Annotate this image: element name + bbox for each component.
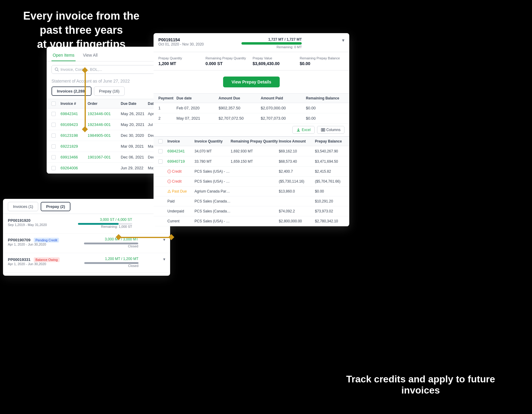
tab-open-items[interactable]: Open Items <box>51 50 76 61</box>
inv-cb[interactable] <box>158 149 167 153</box>
inv-prepay-bal: $3,540,267.90 <box>315 149 349 153</box>
inv-prepay-bal: $0.00 <box>315 189 349 193</box>
prepay-list-item: PP00191920 Sep 1,2019 - May 31,2020 3,00… <box>3 214 170 234</box>
prepay-remaining: Closed <box>84 244 138 248</box>
connector-arrow-vertical-1 <box>85 70 86 130</box>
inv-qty-or-seller: PCS Sales (USA) - USD <box>194 219 231 223</box>
inv-status: Current <box>167 219 194 223</box>
row-invoice[interactable]: 69123198 <box>61 133 88 138</box>
row-order[interactable]: 1901067-001 <box>88 155 121 159</box>
inv-detail-row: Current PCS Sales (USA) - USD $2,800,000… <box>154 216 349 226</box>
payment-table-header: Payment Due date Amount Due Amount Paid … <box>154 93 349 103</box>
inv-prepay-bal: $2,780,342.10 <box>315 219 349 223</box>
prepay-date-range: Apr 1, 2020 - Jun 30,2020 <box>8 243 59 246</box>
inv-qty-or-seller: Agrium Canada Partnership - CAD <box>194 189 231 193</box>
th-checkbox <box>51 102 61 106</box>
inv-detail-table-body: 69842341 34,070 MT 1,692.930 MT $69,162.… <box>154 146 349 226</box>
tab-view-all[interactable]: View All <box>82 50 99 61</box>
payment-row: 1 Feb 07, 2020 $902,357.50 $2,070,000.00… <box>154 103 349 113</box>
th-due-date-p: Due date <box>176 96 219 100</box>
excel-button[interactable]: Excel <box>292 126 314 134</box>
inv-qty-or-seller: PCS Sales (USA) - USD <box>194 179 231 183</box>
row-invoice[interactable]: 69842341 <box>61 111 88 116</box>
row-order[interactable]: 1923446-001 <box>88 122 121 127</box>
row-order[interactable]: 1923446-001 <box>88 111 121 116</box>
prepay-tab-prepay[interactable]: Prepay (2) <box>41 202 70 211</box>
row-order[interactable]: 1984905-001 <box>88 133 121 138</box>
payment-num: 2 <box>158 116 176 121</box>
row-invoice[interactable]: 69169423 <box>61 122 88 127</box>
detail-chevron-icon[interactable]: ▾ <box>342 37 344 43</box>
th-amount-paid: Amount Paid <box>261 96 306 100</box>
inv-prepay-bal: $2,415.82 <box>315 169 349 174</box>
row-checkbox[interactable] <box>51 144 61 149</box>
prepay-item-header: PP00191920 Sep 1,2019 - May 31,2020 3,00… <box>8 218 165 228</box>
inv-qty-or-seller: 33.780 MT <box>194 159 231 164</box>
prepay-value-label: Prepay Value <box>253 56 297 60</box>
prepay-id: PP00019331 <box>8 257 30 262</box>
prepay-summary: Prepay Quantity 1,200 MT Remaining Prepa… <box>154 52 349 71</box>
inv-rem-prepay: 1,692.930 MT <box>231 149 279 153</box>
svg-text:!: ! <box>169 180 170 183</box>
row-invoice[interactable]: 69221829 <box>61 144 88 149</box>
prepay-qty-label: Prepay Quantity <box>158 56 203 60</box>
detail-progress-fill <box>241 42 302 45</box>
inv-amount: $13,860.0 <box>279 189 315 193</box>
search-box[interactable]: Invoice, Contr..., BOL,... <box>51 65 163 74</box>
svg-rect-4 <box>322 128 323 131</box>
th-inv-qty: Invoice Quantity <box>194 139 231 143</box>
inv-rem-prepay: 1,659.150 MT <box>231 159 279 164</box>
detail-header: P00191154 Oct 01, 2020 - Nov 30, 2020 1,… <box>154 33 349 52</box>
row-due-date: Jun 29, 2022 <box>121 166 148 170</box>
svg-rect-3 <box>321 128 322 131</box>
prepay-tab-invoices[interactable]: Invoices (1) <box>8 202 38 211</box>
prepay-qty: 3,000 ST / 4,000 ST <box>78 218 132 222</box>
inv-detail-row: 69842341 34,070 MT 1,692.930 MT $69,162.… <box>154 146 349 156</box>
detail-progress-area: 1,727 MT / 1,727 MT Remaining: 0 MT <box>241 37 302 49</box>
row-invoice[interactable]: 69913466 <box>61 155 88 159</box>
svg-text:!: ! <box>169 170 170 173</box>
th-due-date: Due Date <box>121 102 148 106</box>
hero-line1: Every invoice from the past three years <box>23 10 139 36</box>
inv-invoice-link[interactable]: 69842341 <box>167 149 194 153</box>
payment-amount-due: $2,707,072.50 <box>219 116 261 121</box>
inv-amount: $74,092.2 <box>279 209 315 213</box>
row-checkbox[interactable] <box>51 166 61 170</box>
view-prepay-btn-container: View Prepay Details <box>154 71 349 93</box>
prepay-tab[interactable]: Prepay (16) <box>94 86 125 96</box>
inv-invoice-link[interactable]: 69940719 <box>167 159 194 164</box>
prepay-value-value: $3,609,430.00 <box>253 61 297 66</box>
inv-detail-row: !Past Due Agrium Canada Partnership - CA… <box>154 187 349 196</box>
payment-amount-paid: $2,070,000.00 <box>261 106 306 110</box>
row-checkbox[interactable] <box>51 123 61 127</box>
payment-due-date: Feb 07, 2020 <box>176 106 219 110</box>
columns-button[interactable]: Columns <box>317 126 344 134</box>
th-invoice: Invoice # <box>61 102 88 106</box>
remaining-balance-label: Remaining Prepay Balance <box>300 56 345 60</box>
inv-detail-row: !Credit PCS Sales (USA) - USD ($5,730,11… <box>154 177 349 187</box>
inv-detail-row: Paid PCS Sales (Canada) - CAD $10,291.20 <box>154 196 349 206</box>
row-due-date: Mar 09, 2021 <box>121 144 148 149</box>
row-checkbox[interactable] <box>51 155 61 159</box>
row-invoice[interactable]: 69264006 <box>61 166 88 170</box>
th-amount-due: Amount Due <box>219 96 261 100</box>
prepay-list-item: PP00190709 Pending Credit Apr 1, 2020 - … <box>3 234 170 253</box>
th-inv-invoice: Invoice <box>167 139 194 143</box>
svg-point-0 <box>55 68 58 71</box>
prepay-remaining: Remaining: 1,000 ST <box>78 225 132 228</box>
th-order: Order <box>88 102 121 106</box>
row-due-date: Dec 30, 2020 <box>121 133 148 138</box>
inv-prepay-bal: $73,973.02 <box>315 209 349 213</box>
prepay-remaining: Closed <box>84 264 138 268</box>
row-due-date: May 26, 2021 <box>121 111 148 116</box>
inv-detail-row: !Credit PCS Sales (USA) - USD $2,400.7 $… <box>154 167 349 177</box>
inv-status: !Credit <box>167 179 194 183</box>
excel-icon <box>296 128 300 132</box>
row-checkbox[interactable] <box>51 112 61 116</box>
detail-info: P00191154 Oct 01, 2020 - Nov 30, 2020 <box>158 37 204 46</box>
inv-cb[interactable] <box>158 159 167 164</box>
view-prepay-button[interactable]: View Prepay Details <box>223 77 280 87</box>
th-inv-amount: Invoice Amount <box>279 139 315 143</box>
row-checkbox[interactable] <box>51 133 61 138</box>
prepay-chevron-icon[interactable]: ▾ <box>163 257 165 262</box>
